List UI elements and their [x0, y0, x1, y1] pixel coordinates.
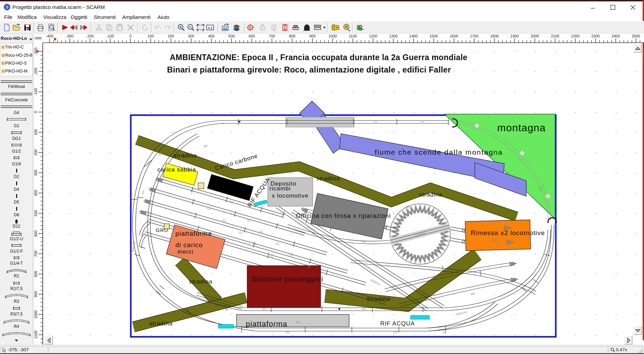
svg-text:3D: 3D — [356, 24, 363, 29]
svg-text:G1: G1 — [373, 120, 378, 123]
svg-text:DWW15: DWW15 — [370, 278, 381, 287]
svg-text:h: h — [249, 26, 251, 30]
svg-text:G1: G1 — [238, 231, 243, 235]
svg-text:1300: 1300 — [389, 34, 397, 38]
svg-text:G1: G1 — [252, 242, 257, 246]
svg-text:BWL3/4: BWL3/4 — [131, 241, 136, 252]
svg-text:carica sabbia: carica sabbia — [157, 166, 196, 173]
svg-text:1700: 1700 — [470, 34, 478, 38]
svg-text:AMBIENTAZIONE: Epoca II , Fran: AMBIENTAZIONE: Epoca II , Francia occupa… — [170, 53, 468, 62]
svg-text:0: 0 — [129, 34, 131, 38]
svg-text:GRU: GRU — [156, 227, 168, 233]
svg-text:600: 600 — [249, 34, 255, 38]
svg-text:600: 600 — [34, 230, 38, 236]
svg-text:1600: 1600 — [450, 34, 458, 38]
svg-text:1900: 1900 — [510, 34, 519, 38]
svg-text:R5: R5 — [470, 291, 475, 296]
svg-text:2400: 2400 — [611, 34, 620, 38]
svg-text:-100: -100 — [34, 88, 38, 96]
svg-text:R5: R5 — [203, 144, 208, 148]
svg-text:-400: -400 — [46, 34, 53, 38]
svg-text:1100: 1100 — [349, 34, 357, 38]
svg-text:h: h — [262, 26, 263, 30]
svg-text:RIF ACQUA: RIF ACQUA — [380, 320, 415, 327]
svg-text:R4: R4 — [141, 190, 145, 194]
svg-text:-300: -300 — [66, 34, 73, 38]
svg-text:G1: G1 — [420, 120, 424, 123]
svg-text:100: 100 — [148, 34, 154, 38]
svg-text:G1: G1 — [275, 242, 280, 246]
svg-text:G1: G1 — [362, 307, 366, 311]
svg-text:900: 900 — [309, 34, 315, 38]
svg-text:400: 400 — [208, 34, 214, 38]
svg-text:2500: 2500 — [632, 34, 640, 38]
svg-text:G1: G1 — [190, 189, 195, 193]
svg-text:x locomotive: x locomotive — [272, 192, 308, 199]
svg-text:1000: 1000 — [34, 310, 38, 319]
svg-text:G1: G1 — [289, 253, 294, 257]
svg-text:G1: G1 — [207, 207, 211, 211]
svg-text:stradina: stradina — [367, 296, 390, 302]
svg-text:1100: 1100 — [34, 331, 38, 339]
svg-text:stradina: stradina — [149, 320, 173, 327]
svg-text:piattaforma: piattaforma — [175, 230, 212, 237]
svg-text:2300: 2300 — [591, 34, 599, 38]
svg-text:2200: 2200 — [571, 34, 579, 38]
svg-text:Rimessa x2 locomotive: Rimessa x2 locomotive — [471, 229, 545, 236]
svg-text:merci: merci — [177, 248, 194, 255]
svg-text:300: 300 — [34, 170, 38, 176]
svg-text:800: 800 — [34, 271, 38, 277]
svg-text:700: 700 — [269, 34, 275, 38]
svg-text:G1: G1 — [229, 200, 233, 204]
svg-text:-100: -100 — [106, 34, 114, 38]
svg-text:montagna: montagna — [497, 122, 545, 133]
svg-text:G1: G1 — [262, 307, 266, 311]
svg-text:500: 500 — [34, 210, 38, 216]
svg-text:di carico: di carico — [175, 241, 203, 248]
svg-text:1:1: 1:1 — [208, 26, 212, 30]
svg-text:R5: R5 — [406, 205, 410, 209]
svg-text:300: 300 — [188, 34, 194, 38]
svg-text:G1: G1 — [246, 218, 251, 223]
svg-text:stradina: stradina — [317, 175, 340, 182]
svg-text:stradina: stradina — [174, 152, 197, 159]
svg-text:200: 200 — [34, 150, 38, 156]
svg-text:stradina: stradina — [419, 191, 442, 198]
svg-text:800: 800 — [289, 34, 295, 38]
svg-text:1800: 1800 — [490, 34, 498, 38]
svg-text:G1: G1 — [286, 331, 290, 334]
svg-text:BWL3/4: BWL3/4 — [456, 310, 467, 316]
svg-text:500: 500 — [228, 34, 234, 38]
svg-text:G1: G1 — [393, 331, 398, 334]
svg-text:R5: R5 — [295, 320, 299, 324]
svg-text:ricambi: ricambi — [269, 185, 291, 192]
svg-text:900: 900 — [34, 291, 38, 297]
svg-text:2100: 2100 — [551, 34, 559, 38]
svg-text:G1: G1 — [442, 331, 447, 334]
svg-text:Officina con fossa x riparazio: Officina con fossa x riparazioni — [296, 212, 391, 219]
svg-text:fiume che scende dalla montagn: fiume che scende dalla montagna — [375, 148, 503, 156]
svg-text:-200: -200 — [34, 68, 38, 75]
svg-text:200: 200 — [168, 34, 174, 38]
svg-text:S: S — [6, 4, 8, 10]
svg-text:100: 100 — [34, 129, 38, 135]
svg-text:700: 700 — [34, 251, 38, 257]
svg-text:Binari e piattaforma girevole:: Binari e piattaforma girevole: Roco, ali… — [167, 65, 451, 74]
svg-text:stradina: stradina — [189, 278, 212, 285]
svg-text:-200: -200 — [86, 34, 94, 38]
svg-text:0: 0 — [34, 111, 38, 113]
svg-text:Stazione passeggeri: Stazione passeggeri — [251, 275, 323, 283]
svg-text:1400: 1400 — [409, 34, 417, 38]
svg-text:piattaforma: piattaforma — [246, 320, 287, 328]
svg-text:1000: 1000 — [329, 34, 337, 38]
svg-text:R5: R5 — [362, 240, 366, 243]
svg-text:400: 400 — [34, 190, 38, 196]
svg-text:h: h — [273, 25, 275, 29]
svg-text:2000: 2000 — [531, 34, 539, 38]
svg-text:1200: 1200 — [369, 34, 377, 38]
svg-text:1500: 1500 — [429, 34, 438, 38]
